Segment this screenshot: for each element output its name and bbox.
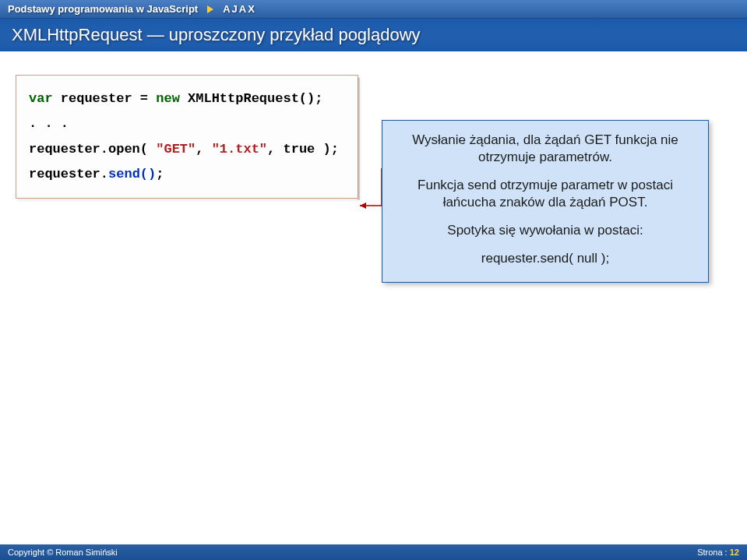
code-text: , true ); (267, 142, 339, 157)
code-text: requester = (53, 91, 157, 106)
code-text: requester. (29, 167, 108, 181)
method-send: send() (108, 167, 156, 181)
breadcrumb-separator-icon (206, 5, 215, 14)
code-box: var requester = new XMLHttpRequest(); . … (16, 75, 358, 199)
callout-box: Wysłanie żądania, dla żądań GET funkcja … (382, 120, 709, 283)
code-text: , (196, 142, 211, 157)
string-literal: "1.txt" (212, 142, 267, 157)
content-area: var requester = new XMLHttpRequest(); . … (0, 51, 747, 222)
code-line-2: . . . (29, 111, 345, 136)
page-title: XMLHttpRequest — uproszczony przykład po… (12, 25, 421, 45)
breadcrumb-right: AJAX (223, 3, 256, 15)
page-label: Strona : (697, 548, 728, 557)
callout-paragraph-1: Wysłanie żądania, dla żądań GET funkcja … (396, 132, 694, 166)
footer-bar: Copyright © Roman Simiński Strona : 12 (0, 544, 747, 560)
svg-marker-3 (360, 203, 366, 209)
svg-marker-0 (207, 5, 213, 13)
callout-paragraph-2: Funkcja send otrzymuje parametr w postac… (396, 177, 694, 211)
string-literal: "GET" (156, 142, 196, 157)
code-line-4: requester.send(); (29, 162, 345, 187)
page-number: 12 (730, 548, 739, 557)
breadcrumb-left: Podstawy programowania w JavaScript (8, 3, 198, 15)
code-line-3: requester.open( "GET", "1.txt", true ); (29, 137, 345, 162)
breadcrumb-bar: Podstawy programowania w JavaScript AJAX (0, 0, 747, 19)
page-indicator: Strona : 12 (697, 548, 739, 557)
keyword-new: new (156, 91, 180, 106)
copyright-text: Copyright © Roman Simiński (8, 548, 118, 557)
callout-connector (360, 206, 382, 207)
keyword-var: var (29, 91, 53, 106)
code-text: XMLHttpRequest(); (180, 91, 323, 106)
code-text: requester.open( (29, 142, 156, 157)
code-line-1: var requester = new XMLHttpRequest(); (29, 86, 345, 111)
title-bar: XMLHttpRequest — uproszczony przykład po… (0, 19, 747, 51)
callout-paragraph-3: Spotyka się wywołania w postaci: (396, 222, 694, 239)
code-text: ; (156, 167, 164, 181)
callout-code-snippet: requester.send( null ); (396, 250, 694, 267)
